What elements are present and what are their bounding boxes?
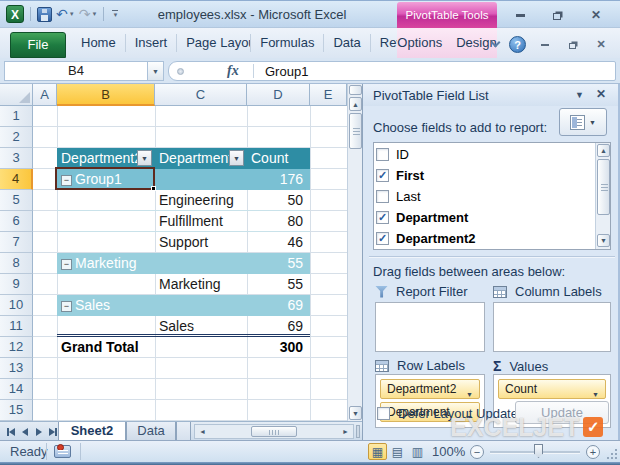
checkbox-checked[interactable]: ✓ (376, 232, 389, 245)
next-sheet-icon[interactable] (32, 425, 45, 438)
column-header-e[interactable]: E (310, 84, 347, 106)
row-header-11[interactable]: 11 (0, 316, 33, 337)
scroll-right-icon[interactable]: ► (339, 426, 352, 437)
field-item-id[interactable]: ID (376, 144, 409, 165)
tab-home[interactable]: Home (72, 34, 126, 52)
checkbox-unchecked[interactable] (376, 190, 389, 203)
checkbox-checked[interactable]: ✓ (376, 211, 389, 224)
customize-qat-button[interactable]: ▼ (112, 10, 118, 18)
row-header-6[interactable]: 6 (0, 211, 33, 232)
pivot-detail-value[interactable]: 69 (247, 316, 303, 336)
row-header-5[interactable]: 5 (0, 190, 33, 211)
tab-file[interactable]: File (10, 32, 66, 58)
zoom-in-button[interactable]: + (586, 445, 600, 459)
view-normal-button[interactable]: ▦ (368, 443, 387, 460)
horizontal-scrollbar[interactable]: ◄ ► (194, 424, 354, 439)
undo-button[interactable]: ↶ ▼ (56, 7, 75, 21)
pivot-detail-value[interactable]: 80 (247, 211, 303, 231)
sheet-tab-data[interactable]: Data (126, 422, 176, 441)
scroll-up-icon[interactable]: ▲ (597, 144, 610, 157)
view-page-layout-button[interactable]: ▤ (388, 443, 407, 460)
field-item-department[interactable]: ✓ Department (376, 207, 468, 228)
pane-close-icon[interactable]: ✕ (596, 87, 606, 101)
minimize-button[interactable] (508, 8, 532, 22)
filter-dropdown-department[interactable]: ▼ (229, 150, 244, 166)
first-sheet-icon[interactable] (4, 425, 17, 438)
field-button-department2[interactable]: Department2 ▼ (380, 379, 480, 399)
minimize-ribbon-icon[interactable] (491, 38, 501, 48)
row-header-8[interactable]: 8 (0, 253, 33, 274)
tab-data[interactable]: Data (324, 34, 370, 52)
tab-insert[interactable]: Insert (126, 34, 178, 52)
defer-checkbox-unchecked[interactable] (377, 407, 390, 420)
row-header-9[interactable]: 9 (0, 274, 33, 295)
tab-split-handle[interactable] (356, 425, 360, 438)
view-page-break-button[interactable]: ▥ (408, 443, 427, 460)
sheet-tab-sheet2[interactable]: Sheet2 (58, 422, 126, 441)
scroll-down-icon[interactable]: ▼ (597, 234, 610, 247)
scrollbar-split-handle[interactable] (349, 85, 362, 95)
formula-input[interactable]: Group1 (265, 64, 308, 79)
row-header-10[interactable]: 10 (0, 295, 33, 316)
field-list-layout-button[interactable]: ▼ (559, 108, 607, 136)
tab-options[interactable]: Options (390, 34, 449, 52)
row-header-14[interactable]: 14 (0, 379, 33, 400)
pivot-row-marketing[interactable]: Marketing 55 (57, 274, 310, 295)
row-header-13[interactable]: 13 (0, 358, 33, 379)
pivot-subtotal-value[interactable]: 55 (247, 253, 303, 274)
workbook-minimize-button[interactable] (536, 38, 554, 51)
checkbox-checked[interactable]: ✓ (376, 169, 389, 182)
row-header-1[interactable]: 1 (0, 106, 33, 127)
workbook-close-button[interactable]: ✕ (592, 38, 610, 51)
checkbox-unchecked[interactable] (376, 148, 389, 161)
close-button[interactable]: ✕ (584, 8, 608, 22)
insert-function-icon[interactable]: fx (227, 63, 239, 79)
pivot-row-sales[interactable]: Sales 69 (57, 316, 310, 337)
save-icon[interactable] (37, 7, 52, 22)
field-item-department2[interactable]: ✓ Department2 (376, 228, 475, 249)
report-filter-dropzone[interactable] (375, 302, 485, 352)
pivot-row-sales-subtotal[interactable]: −Sales 69 (57, 295, 310, 316)
undo-dropdown-icon[interactable]: ▼ (69, 11, 75, 17)
restore-button[interactable] (546, 8, 570, 22)
name-box-dropdown-icon[interactable]: ▼ (148, 61, 164, 81)
defer-layout-update[interactable]: Defer Layout Update (377, 406, 518, 421)
zoom-out-button[interactable]: − (470, 445, 484, 459)
pivot-subtotal-value[interactable]: 176 (247, 169, 303, 190)
pivot-detail-value[interactable]: 46 (247, 232, 303, 252)
zoom-level-label[interactable]: 100% (432, 444, 465, 459)
column-header-a[interactable]: A (33, 84, 57, 106)
macro-record-icon[interactable] (54, 445, 71, 458)
redo-button[interactable]: ↷ ▼ (79, 7, 98, 21)
row-header-15[interactable]: 15 (0, 400, 33, 421)
pivot-detail-value[interactable]: 55 (247, 274, 303, 294)
row-header-4[interactable]: 4 (0, 169, 33, 190)
pane-header[interactable]: PivotTable Field List ▼ ✕ (363, 84, 618, 106)
row-header-3[interactable]: 3 (0, 148, 33, 169)
name-box[interactable]: B4 (4, 61, 148, 81)
update-button[interactable]: Update (515, 401, 609, 424)
column-header-d[interactable]: D (247, 84, 310, 106)
redo-dropdown-icon[interactable]: ▼ (91, 11, 97, 17)
field-item-last[interactable]: Last (376, 186, 421, 207)
excel-app-icon[interactable]: X (6, 5, 24, 23)
field-list-scrollbar[interactable]: ▲ ▼ (595, 143, 610, 249)
horizontal-scrollbar-thumb[interactable] (251, 426, 297, 437)
filter-dropdown-department2[interactable]: ▼ (137, 150, 152, 166)
field-button-count[interactable]: Count ▼ (498, 379, 606, 399)
previous-sheet-icon[interactable] (18, 425, 31, 438)
pivot-header-count[interactable]: Count (247, 148, 310, 169)
zoom-slider-thumb[interactable] (534, 444, 543, 458)
column-header-c[interactable]: C (155, 84, 247, 106)
resize-grip-icon[interactable] (615, 457, 617, 459)
scroll-left-icon[interactable]: ◄ (196, 426, 209, 437)
column-labels-dropzone[interactable] (493, 302, 611, 352)
column-header-b[interactable]: B (57, 84, 155, 106)
pivot-row-grand-total[interactable]: Grand Total 300 (57, 337, 310, 358)
collapse-icon[interactable]: − (61, 259, 72, 270)
pivot-row-support[interactable]: Support 46 (57, 232, 310, 253)
pivot-detail-value[interactable]: 50 (247, 190, 303, 210)
pivot-row-marketing-subtotal[interactable]: −Marketing 55 (57, 253, 310, 274)
pivot-row-fulfillment[interactable]: Fulfillment 80 (57, 211, 310, 232)
pane-menu-icon[interactable]: ▼ (575, 90, 584, 100)
